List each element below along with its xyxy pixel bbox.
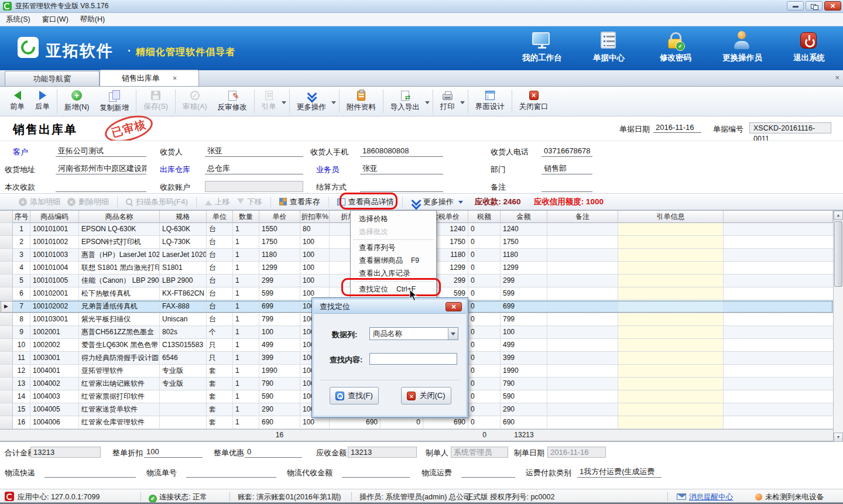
grid-cell[interactable]: 专业版 [160,378,207,390]
grid-cell[interactable]: 100102002 [30,300,79,313]
grid-cell[interactable]: 1002001 [30,326,79,339]
grid-cell[interactable]: 100103001 [30,313,79,326]
grid-cell[interactable]: 799 [259,313,300,326]
grid-cell[interactable] [618,223,724,236]
grid-cell[interactable] [547,416,618,429]
grid-cell[interactable]: 9 [13,326,30,339]
menubar-item-1[interactable]: 窗口(W) [36,13,74,26]
grid-cell[interactable]: 0 [468,416,501,429]
grid-cell[interactable]: 松下热敏传真机 [79,287,160,300]
grid-cell[interactable]: 个 [207,326,233,339]
grid-cell[interactable]: 3 [13,249,30,262]
grid-cell[interactable]: 290 [501,403,547,416]
grid-column-header[interactable]: 商品编码 [30,211,79,223]
toolbar-button-next[interactable]: 后单 [30,87,55,116]
grid-cell[interactable] [618,339,724,352]
grid-cell[interactable]: 红管家出纳记账软件 [79,378,160,390]
grid-column-header[interactable]: 引单信息 [618,211,724,223]
grid-cell[interactable]: 6546 [160,352,207,365]
grid-cell[interactable]: 6 [13,287,30,300]
grid-cell[interactable]: 0 [468,339,501,352]
grid-cell[interactable]: 1 [233,249,259,262]
grid-cell[interactable]: S1801 [160,262,207,275]
tab-close-icon[interactable]: × [173,74,177,83]
banner-action-switch-operator[interactable]: 更换操作员 [717,31,768,63]
grid-cell[interactable]: 紫光平板扫描仪 [79,313,160,326]
grid-cell[interactable]: 1299 [501,262,547,275]
toolbar-button-audit[interactable]: 审核(A) [177,87,213,116]
grid-cell[interactable]: 2 [13,236,30,249]
grid-cell[interactable]: 红管家仓库管理软件 [79,416,160,429]
grid-cell[interactable] [160,403,207,416]
banner-action-change-password[interactable]: 修改密码 [650,31,701,63]
grid-cell[interactable]: 爱普生LQ630K 黑色色带 [79,339,160,352]
doc-date-value[interactable]: 2016-11-16 [653,123,701,133]
grid-cell[interactable]: 699 [501,300,547,313]
grid-cell[interactable]: 0 [468,275,501,287]
grid-cell[interactable] [547,287,618,300]
grid-cell[interactable] [547,262,618,275]
grid-cell[interactable]: 台 [207,236,233,249]
grid-cell[interactable]: 联想 S1801 黑白激光打印 [79,262,160,275]
grid-cell[interactable] [618,300,724,313]
find-content-input[interactable] [369,353,457,365]
form-label-customer[interactable]: 客户 [13,147,28,157]
grid-cell[interactable]: 5 [13,275,30,287]
menubar-item-0[interactable]: 系统(S) [0,13,36,26]
grid-cell[interactable]: 1004001 [30,365,79,378]
grid-cell[interactable]: 100101001 [30,223,79,236]
grid-cell[interactable] [618,236,724,249]
grid-cell[interactable]: 1 [233,236,259,249]
grid-cell[interactable] [618,275,724,287]
grid-cell[interactable]: 100101005 [30,275,79,287]
grid-cell[interactable]: 100 [300,249,330,262]
grid-cell[interactable]: 690 [501,416,547,429]
grid-cell[interactable]: 1 [233,378,259,390]
grid-cell[interactable]: 1 [233,275,259,287]
grid-cell[interactable]: 100102001 [30,287,79,300]
table-row[interactable]: 161004006红管家仓库管理软件套169010069006900690 [0,416,833,429]
form-field-account[interactable] [205,181,303,192]
grid-cell[interactable]: 1990 [501,365,547,378]
grid-cell[interactable]: 0 [468,326,501,339]
grid-cell[interactable]: 790 [259,378,300,390]
grid-cell[interactable] [547,339,618,352]
grid-cell[interactable]: 惠普（HP）LaserJet 1020 [79,249,160,262]
chevron-down-icon[interactable] [458,201,463,206]
grid-cell[interactable]: 690 [330,416,381,429]
menu-item-4[interactable]: 查看捆绑商品F9 [351,254,436,267]
grid-cell[interactable]: 290 [259,403,300,416]
grid-cell[interactable] [618,378,724,390]
form-field-department[interactable]: 销售部 [542,163,592,174]
grid-cell[interactable]: 0 [468,403,501,416]
find-button[interactable]: 查找(F) [330,387,379,404]
detail-button-more-ops-detail[interactable]: 更多操作 [407,197,467,207]
grid-cell[interactable]: 0 [468,223,501,236]
footer-field-reduction[interactable]: 0 [245,447,302,458]
form-field-consignee_phone[interactable]: 03716678678 [542,146,592,157]
grid-cell[interactable]: EPSON针式打印机 [79,236,160,249]
grid-cell[interactable]: 1 [233,287,259,300]
dialog-close-action-button[interactable]: 关闭(C) [401,387,451,404]
grid-cell[interactable]: 得力经典防滑握手设计圆 [79,352,160,365]
grid-cell[interactable]: 100101003 [30,249,79,262]
grid-cell[interactable] [618,313,724,326]
dialog-titlebar[interactable]: 查找定位 ✕ [314,300,466,314]
grid-cell[interactable]: 10 [13,339,30,352]
form-field-payment[interactable] [56,181,146,192]
grid-cell[interactable]: 14 [13,390,30,403]
grid-cell[interactable]: 12 [13,365,30,378]
grid-cell[interactable]: 台 [207,262,233,275]
grid-cell[interactable]: 套 [207,378,233,390]
detail-button-add-detail[interactable]: 添加明细 [15,197,64,207]
tabstrip-close-icon[interactable]: × [835,73,839,82]
grid-cell[interactable]: 佳能（Canon） LBP 2900+ [79,275,160,287]
form-label-warehouse[interactable]: 出库仓库 [160,164,190,175]
detail-button-move-down[interactable]: 下移 [234,197,266,207]
grid-cell[interactable]: 台 [207,249,233,262]
message-center-link[interactable]: 消息提醒中心 [677,492,733,502]
grid-cell[interactable]: 0 [468,287,501,300]
grid-cell[interactable]: 只 [207,339,233,352]
grid-cell[interactable]: 1004006 [30,416,79,429]
menu-item-3[interactable]: 查看序列号 [351,241,436,254]
